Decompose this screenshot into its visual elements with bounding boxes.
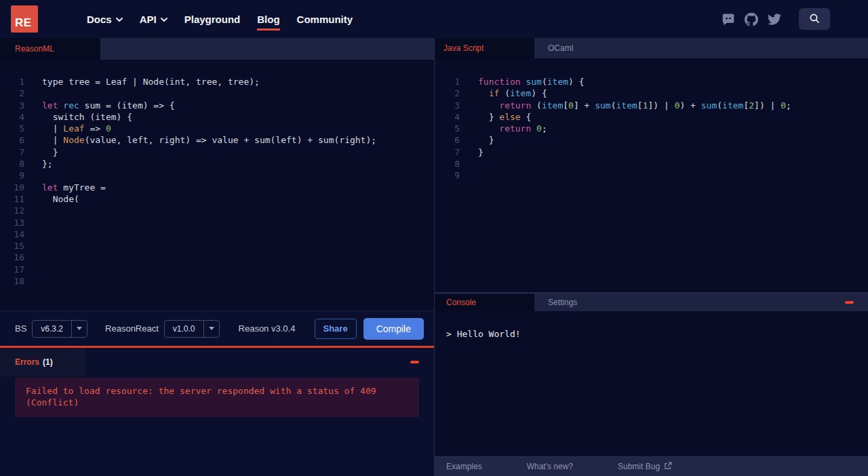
submit-bug-link[interactable]: Submit Bug — [618, 462, 672, 472]
nav-item-blog[interactable]: Blog — [257, 14, 279, 25]
code-line: 4 switch (item) { — [0, 111, 434, 123]
nav-item-api[interactable]: API — [140, 14, 167, 25]
code-line: 2 — [0, 87, 434, 99]
collapse-console-icon[interactable] — [845, 301, 854, 304]
nav-item-playground[interactable]: Playground — [184, 14, 241, 25]
code-line: 5 return 0; — [435, 123, 868, 134]
caret-down-icon — [71, 321, 87, 337]
code-line: 9 — [0, 170, 434, 181]
code-line: 17 — [0, 264, 434, 275]
nav-item-community[interactable]: Community — [297, 14, 353, 25]
line-number: 3 — [0, 100, 24, 111]
line-number: 14 — [0, 229, 24, 240]
collapse-errors-icon[interactable] — [410, 361, 419, 363]
code-line: 7} — [435, 146, 868, 158]
code-line: 11 Node( — [0, 193, 434, 205]
line-number: 5 — [0, 123, 24, 134]
line-number: 5 — [435, 123, 460, 134]
code-line: 6 | Node(value, left, right) => value + … — [0, 134, 434, 146]
line-number: 12 — [0, 205, 24, 216]
tab-settings[interactable]: Settings — [541, 294, 584, 311]
line-number: 2 — [435, 87, 460, 99]
bs-version-dropdown[interactable]: v6.3.2 — [32, 320, 87, 338]
tab-javascript[interactable]: Java Script — [435, 38, 534, 58]
tab-console[interactable]: Console — [435, 294, 534, 311]
compiler-toolbar: BS v6.3.2 ReasonReact v1.0.0 Reason v3.0… — [0, 311, 434, 346]
code-line: 1function sum(item) { — [435, 76, 868, 87]
code-line: 14 — [0, 229, 434, 240]
code-line: 9 — [435, 170, 868, 181]
errors-header: Errors (1) — [0, 348, 434, 376]
code-line: 13 — [0, 217, 434, 229]
reasonreact-version-value: v1.0.0 — [165, 324, 203, 334]
output-panel: Java Script OCaml 1function sum(item) {2… — [435, 38, 868, 476]
reason-logo[interactable]: RE — [11, 5, 38, 33]
reason-code-editor[interactable]: 1type tree = Leaf | Node(int, tree, tree… — [0, 60, 434, 311]
tab-ocaml[interactable]: OCaml — [541, 38, 580, 58]
errors-title: Errors — [15, 357, 39, 367]
console-tabbar: Console Settings — [435, 292, 868, 311]
github-icon[interactable] — [745, 12, 758, 26]
line-number: 17 — [0, 264, 24, 275]
line-number: 7 — [435, 146, 460, 158]
code-line: 3let rec sum = (item) => { — [0, 100, 434, 111]
search-button[interactable] — [799, 8, 830, 30]
line-number: 3 — [435, 100, 460, 111]
console-log-line: > Hello World! — [446, 329, 521, 339]
console-output: > Hello World! — [435, 311, 868, 456]
code-line: 16 — [0, 252, 434, 263]
caret-down-icon — [203, 321, 219, 337]
line-number: 18 — [0, 275, 24, 287]
code-line: 12 — [0, 205, 434, 216]
line-number: 7 — [0, 146, 24, 158]
output-tabbar: Java Script OCaml — [435, 38, 868, 58]
line-number: 9 — [435, 170, 460, 181]
nav-items: Docs API Playground Blog Community — [87, 14, 353, 25]
reason-panel: ReasonML 1type tree = Leaf | Node(int, t… — [0, 38, 434, 476]
line-number: 11 — [0, 193, 24, 205]
line-number: 8 — [0, 158, 24, 170]
tab-reasonml[interactable]: ReasonML — [0, 38, 100, 60]
code-line: 10let myTree = — [0, 182, 434, 193]
code-line: 15 — [0, 240, 434, 252]
js-output-editor: 1function sum(item) {2 if (item) {3 retu… — [435, 58, 868, 292]
share-button[interactable]: Share — [315, 319, 357, 339]
code-line: 6 } — [435, 134, 868, 146]
bottom-links-bar: Examples What's new? Submit Bug — [435, 456, 868, 476]
reasonreact-version-dropdown[interactable]: v1.0.0 — [164, 320, 220, 338]
code-line: 1type tree = Leaf | Node(int, tree, tree… — [0, 76, 434, 87]
toolbar-buttons: Share Compile — [315, 318, 425, 340]
line-number: 1 — [435, 76, 460, 87]
line-number: 4 — [435, 111, 460, 123]
code-line: 5 | Leaf => 0 — [0, 123, 434, 134]
twitter-icon[interactable] — [768, 12, 781, 26]
line-number: 15 — [0, 240, 24, 252]
code-line: 2 if (item) { — [435, 87, 868, 99]
whats-new-link[interactable]: What's new? — [527, 462, 573, 471]
line-number: 13 — [0, 217, 24, 229]
code-line: 3 return (item[0] + sum(item[1]) | 0) + … — [435, 100, 868, 111]
examples-link[interactable]: Examples — [446, 462, 482, 471]
line-number: 2 — [0, 87, 24, 99]
code-line: 8 — [435, 158, 868, 170]
line-number: 16 — [0, 252, 24, 263]
line-number: 10 — [0, 182, 24, 193]
reason-tabbar: ReasonML — [0, 38, 434, 60]
line-number: 9 — [0, 170, 24, 181]
line-number: 6 — [435, 134, 460, 146]
chevron-down-icon — [161, 18, 167, 22]
compile-button[interactable]: Compile — [363, 318, 424, 340]
reasonreact-label: ReasonReact — [105, 323, 159, 334]
reason-version-text: Reason v3.0.4 — [239, 323, 296, 334]
line-number: 4 — [0, 111, 24, 123]
discord-icon[interactable] — [722, 12, 735, 26]
bs-version-value: v6.3.2 — [33, 324, 71, 334]
line-number: 6 — [0, 134, 24, 146]
nav-item-docs[interactable]: Docs — [87, 14, 123, 25]
playground-main: ReasonML 1type tree = Leaf | Node(int, t… — [0, 38, 868, 476]
errors-section: Errors (1) Failed to load resource: the … — [0, 346, 434, 476]
search-icon — [808, 12, 821, 26]
reasonml-playground: RE Docs API Playground Blog C — [0, 0, 868, 476]
bs-label: BS — [15, 323, 26, 334]
code-line: 18 — [0, 275, 434, 287]
